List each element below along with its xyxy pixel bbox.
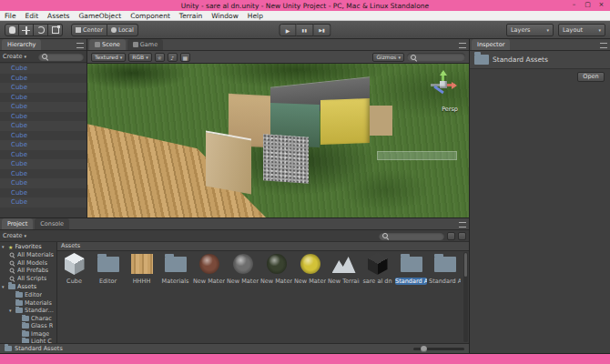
menu-item[interactable]: Window — [207, 12, 243, 20]
titlebar[interactable]: Unity - sare al dn.unity - New Unity Pro… — [0, 0, 610, 11]
hierarchy-item-cube[interactable]: Cube — [0, 83, 86, 93]
asset-item[interactable]: Cube — [57, 251, 91, 293]
scene-audio-toggle-icon[interactable]: ♪ — [168, 53, 178, 62]
hand-tool-button[interactable] — [5, 24, 19, 36]
menu-item[interactable]: Edit — [21, 12, 44, 20]
hierarchy-item-cube[interactable]: Cube — [0, 102, 86, 112]
asset-item[interactable]: New Mater... — [226, 251, 259, 293]
hierarchy-item-cube[interactable]: Cube — [0, 150, 86, 160]
tree-folder-item[interactable]: ▾ Standard Assets — [0, 307, 56, 315]
favorite-search-item[interactable]: All Materials — [0, 251, 56, 259]
scene-effects-toggle-icon[interactable]: ▦ — [180, 53, 190, 62]
projection-label[interactable]: Persp — [442, 106, 458, 113]
tab-icon — [95, 42, 100, 47]
scene-search-input[interactable] — [407, 53, 465, 61]
scrollbar-thumb[interactable] — [464, 253, 467, 277]
panel-menu-icon[interactable] — [459, 43, 466, 48]
asset-item[interactable]: Standard A... — [394, 251, 428, 293]
draw-mode-dropdown[interactable]: Textured▾ — [91, 53, 126, 62]
scale-tool-button[interactable] — [48, 24, 63, 36]
render-channels-dropdown[interactable]: RGB▾ — [128, 53, 151, 62]
create-dropdown[interactable]: Create▾ — [3, 53, 26, 60]
tree-folder-item[interactable]: Image — [0, 330, 56, 339]
menu-item[interactable]: Component — [126, 12, 175, 20]
close-button[interactable]: × — [595, 0, 608, 11]
favorite-search-item[interactable]: All Scripts — [0, 275, 56, 283]
layout-dropdown[interactable]: Layout▾ — [558, 24, 605, 36]
gizmo-hub[interactable] — [440, 81, 447, 88]
scene-orientation-gizmo[interactable] — [427, 69, 460, 102]
hierarchy-item-cube[interactable]: Cube — [0, 121, 86, 131]
options-icon[interactable] — [458, 232, 466, 240]
asset-thumbnail — [97, 253, 120, 275]
asset-item[interactable]: sare al dn — [361, 251, 394, 293]
inspector-tab[interactable]: Inspector — [472, 39, 510, 50]
scene-lighting-toggle-icon[interactable]: ☼ — [155, 53, 165, 62]
hierarchy-item-cube[interactable]: Cube — [0, 112, 86, 122]
hierarchy-item-cube[interactable]: Cube — [0, 131, 86, 141]
hierarchy-item-cube[interactable]: Cube — [0, 74, 86, 84]
asset-item[interactable]: Materials — [158, 251, 192, 293]
view-tab[interactable]: Game — [127, 39, 163, 50]
pause-button[interactable]: ▮▮ — [297, 24, 314, 36]
hierarchy-item-cube[interactable]: Cube — [0, 140, 86, 150]
hierarchy-tab[interactable]: Hierarchy — [2, 39, 41, 50]
asset-item[interactable]: Standard A... — [428, 251, 462, 293]
hierarchy-item-cube[interactable]: Cube — [0, 188, 86, 198]
asset-item[interactable]: New Mater... — [259, 251, 293, 293]
favorite-search-item[interactable]: All Models — [0, 259, 56, 268]
move-tool-button[interactable] — [19, 24, 34, 36]
panel-menu-icon[interactable] — [459, 222, 466, 228]
asset-item[interactable]: New Mater... — [192, 251, 226, 293]
gizmos-dropdown[interactable]: Gizmos▾ — [372, 53, 404, 62]
layers-dropdown[interactable]: Layers▾ — [506, 24, 554, 36]
asset-item[interactable]: New Mater... — [293, 251, 327, 293]
bottom-tab[interactable]: Console — [35, 218, 69, 229]
asset-item[interactable]: HHHH — [125, 251, 158, 293]
chevron-down-icon: ▾ — [25, 233, 27, 238]
panel-menu-icon[interactable] — [600, 43, 607, 48]
thumbnail-size-slider[interactable] — [413, 348, 464, 350]
bottom-tab[interactable]: Project — [2, 218, 33, 229]
view-tab[interactable]: Scene — [89, 39, 126, 50]
assets-root[interactable]: ▾ Assets — [0, 282, 56, 291]
project-search-input[interactable] — [379, 232, 444, 240]
hierarchy-tabbar: Hierarchy — [0, 39, 86, 51]
hierarchy-item-cube[interactable]: Cube — [0, 197, 86, 207]
menu-item[interactable]: Assets — [43, 12, 74, 20]
menu-item[interactable]: Terrain — [175, 12, 207, 20]
grid-scrollbar[interactable] — [463, 252, 468, 342]
scene-viewport[interactable]: Persp — [87, 64, 469, 217]
hierarchy-item-cube[interactable]: Cube — [0, 64, 86, 74]
project-create-dropdown[interactable]: Create▾ — [3, 232, 26, 239]
lock-icon[interactable] — [447, 232, 455, 240]
space-toggle-button[interactable]: Local — [107, 24, 138, 36]
play-button[interactable]: ▶ — [280, 24, 297, 36]
maximize-button[interactable]: ▢ — [581, 0, 595, 11]
asset-label: Editor — [92, 278, 124, 285]
step-button[interactable]: ▶▮ — [314, 24, 331, 36]
menu-item[interactable]: File — [0, 12, 21, 20]
favorites-root[interactable]: ▾ ★ Favorites — [0, 242, 56, 251]
hierarchy-search-input[interactable] — [38, 53, 84, 61]
hierarchy-item-cube[interactable]: Cube — [0, 159, 86, 169]
favorite-search-item[interactable]: All Prefabs — [0, 267, 56, 275]
tree-folder-item[interactable]: Materials — [0, 299, 56, 308]
grid-header: Assets — [57, 242, 469, 251]
hierarchy-item-cube[interactable]: Cube — [0, 169, 86, 179]
minimize-button[interactable]: – — [567, 0, 581, 11]
hierarchy-item-cube[interactable]: Cube — [0, 93, 86, 103]
rotate-tool-button[interactable] — [34, 24, 48, 36]
asset-item[interactable]: New Terrain — [327, 251, 361, 293]
tree-folder-item[interactable]: Glass R — [0, 322, 56, 330]
pivot-toggle-button[interactable]: Center — [71, 24, 107, 36]
slider-knob[interactable] — [421, 346, 427, 352]
menu-item[interactable]: GameObject — [75, 12, 127, 20]
tree-folder-item[interactable]: Editor — [0, 291, 56, 299]
asset-item[interactable]: Editor — [91, 251, 125, 293]
menu-item[interactable]: Help — [243, 12, 268, 20]
tree-folder-item[interactable]: Charac — [0, 315, 56, 323]
open-button[interactable]: Open — [577, 72, 605, 82]
panel-menu-icon[interactable] — [76, 43, 84, 48]
hierarchy-item-cube[interactable]: Cube — [0, 178, 86, 188]
